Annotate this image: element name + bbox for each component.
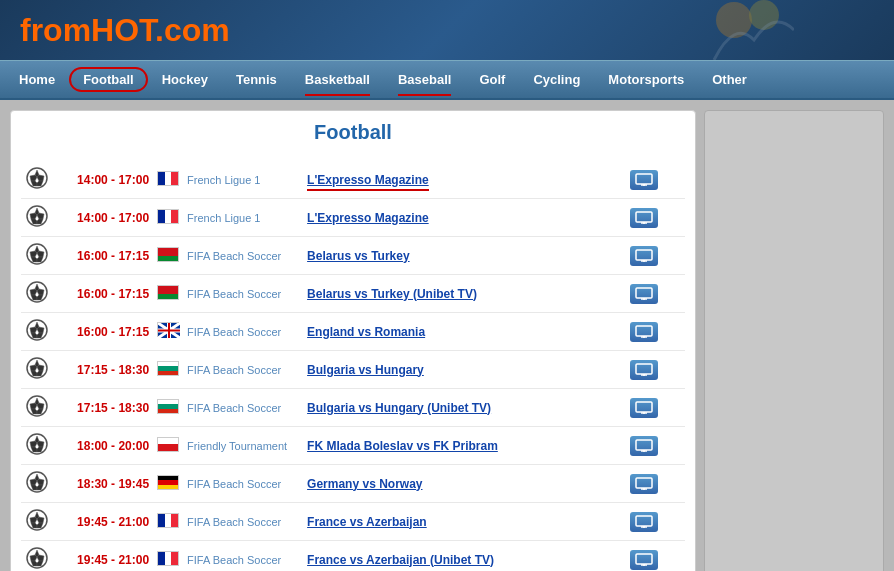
tv-icon — [635, 363, 653, 377]
content-area: Football 14:00 - 17:00French Ligue 1L'Ex… — [10, 110, 696, 571]
country-flag — [157, 475, 179, 490]
flag-cell — [153, 313, 183, 351]
tv-button-cell[interactable] — [626, 199, 685, 237]
ball-icon-cell — [21, 313, 73, 351]
tv-icon — [635, 515, 653, 529]
soccer-ball-icon — [25, 318, 49, 342]
country-flag — [157, 437, 179, 452]
ball-icon-cell — [21, 427, 73, 465]
soccer-ball-icon — [25, 204, 49, 228]
nav-other[interactable]: Other — [698, 67, 761, 92]
nav-baseball[interactable]: Baseball — [384, 67, 465, 92]
league-cell: French Ligue 1 — [183, 161, 303, 199]
match-cell[interactable]: Germany vs Norway — [303, 465, 626, 503]
league-cell: FIFA Beach Soccer — [183, 503, 303, 541]
tv-button-cell[interactable] — [626, 389, 685, 427]
nav-hockey[interactable]: Hockey — [148, 67, 222, 92]
soccer-ball-icon — [25, 356, 49, 380]
ball-icon-cell — [21, 503, 73, 541]
tv-button-cell[interactable] — [626, 465, 685, 503]
country-flag — [157, 171, 179, 186]
tv-button-cell[interactable] — [626, 275, 685, 313]
soccer-ball-icon — [25, 470, 49, 494]
svg-rect-78 — [636, 440, 652, 450]
tv-button[interactable] — [630, 360, 658, 380]
league-cell: FIFA Beach Soccer — [183, 237, 303, 275]
tv-button-cell[interactable] — [626, 541, 685, 572]
match-link[interactable]: Belarus vs Turkey (Unibet TV) — [307, 287, 477, 301]
tv-button[interactable] — [630, 398, 658, 418]
time-cell: 16:00 - 17:15 — [73, 275, 153, 313]
match-link[interactable]: England vs Romania — [307, 325, 425, 339]
match-link[interactable]: Bulgaria vs Hungary — [307, 363, 424, 377]
tv-button[interactable] — [630, 246, 658, 266]
tv-button-cell[interactable] — [626, 351, 685, 389]
tv-button-cell[interactable] — [626, 237, 685, 275]
logo-from: from — [20, 12, 91, 48]
league-cell: FIFA Beach Soccer — [183, 313, 303, 351]
match-link[interactable]: France vs Azerbaijan (Unibet TV) — [307, 553, 494, 567]
match-link[interactable]: Belarus vs Turkey — [307, 249, 410, 263]
tv-button[interactable] — [630, 208, 658, 228]
logo-hot: HOT — [91, 12, 155, 48]
tv-button[interactable] — [630, 550, 658, 570]
tv-icon — [635, 477, 653, 491]
tv-button[interactable] — [630, 170, 658, 190]
league-cell: FIFA Beach Soccer — [183, 351, 303, 389]
nav-motorsports[interactable]: Motorsports — [594, 67, 698, 92]
soccer-ball-icon — [25, 546, 49, 570]
match-link[interactable]: France vs Azerbaijan — [307, 515, 427, 529]
match-cell[interactable]: Bulgaria vs Hungary — [303, 351, 626, 389]
country-flag — [157, 361, 179, 376]
country-flag — [157, 513, 179, 528]
table-row: 19:45 - 21:00FIFA Beach SoccerFrance vs … — [21, 541, 685, 572]
nav-cycling[interactable]: Cycling — [519, 67, 594, 92]
svg-rect-60 — [636, 364, 652, 374]
tv-button[interactable] — [630, 436, 658, 456]
tv-button-cell[interactable] — [626, 503, 685, 541]
country-flag — [157, 209, 179, 224]
tv-button[interactable] — [630, 512, 658, 532]
table-row: 18:00 - 20:00Friendly TournamentFK Mlada… — [21, 427, 685, 465]
match-cell[interactable]: Belarus vs Turkey (Unibet TV) — [303, 275, 626, 313]
match-link[interactable]: L'Expresso Magazine — [307, 173, 429, 191]
match-cell[interactable]: England vs Romania — [303, 313, 626, 351]
match-link[interactable]: FK Mlada Boleslav vs FK Pribram — [307, 439, 498, 453]
ball-icon-cell — [21, 237, 73, 275]
match-cell[interactable]: FK Mlada Boleslav vs FK Pribram — [303, 427, 626, 465]
tv-icon — [635, 553, 653, 567]
nav-football[interactable]: Football — [69, 67, 148, 92]
tv-button-cell[interactable] — [626, 427, 685, 465]
table-row: 16:00 - 17:15FIFA Beach SoccerBelarus vs… — [21, 275, 685, 313]
match-cell[interactable]: L'Expresso Magazine — [303, 161, 626, 199]
tv-icon — [635, 211, 653, 225]
match-cell[interactable]: L'Expresso Magazine — [303, 199, 626, 237]
time-cell: 17:15 - 18:30 — [73, 389, 153, 427]
time-cell: 19:45 - 21:00 — [73, 503, 153, 541]
tv-button-cell[interactable] — [626, 313, 685, 351]
nav-tennis[interactable]: Tennis — [222, 67, 291, 92]
nav-home[interactable]: Home — [5, 67, 69, 92]
nav-basketball[interactable]: Basketball — [291, 67, 384, 92]
match-link[interactable]: L'Expresso Magazine — [307, 211, 429, 225]
match-cell[interactable]: France vs Azerbaijan (Unibet TV) — [303, 541, 626, 572]
match-cell[interactable]: Bulgaria vs Hungary (Unibet TV) — [303, 389, 626, 427]
svg-rect-17 — [636, 212, 652, 222]
tv-button[interactable] — [630, 322, 658, 342]
tv-button[interactable] — [630, 284, 658, 304]
tv-button[interactable] — [630, 474, 658, 494]
table-row: 14:00 - 17:00French Ligue 1L'Expresso Ma… — [21, 199, 685, 237]
time-cell: 18:30 - 19:45 — [73, 465, 153, 503]
header-decoration — [594, 0, 794, 60]
match-cell[interactable]: France vs Azerbaijan — [303, 503, 626, 541]
country-flag — [157, 285, 179, 300]
league-cell: FIFA Beach Soccer — [183, 541, 303, 572]
nav-golf[interactable]: Golf — [465, 67, 519, 92]
navigation: Home Football Hockey Tennis Basketball B… — [0, 60, 894, 100]
svg-rect-96 — [636, 516, 652, 526]
tv-button-cell[interactable] — [626, 161, 685, 199]
match-cell[interactable]: Belarus vs Turkey — [303, 237, 626, 275]
svg-rect-26 — [636, 250, 652, 260]
match-link[interactable]: Germany vs Norway — [307, 477, 422, 491]
match-link[interactable]: Bulgaria vs Hungary (Unibet TV) — [307, 401, 491, 415]
